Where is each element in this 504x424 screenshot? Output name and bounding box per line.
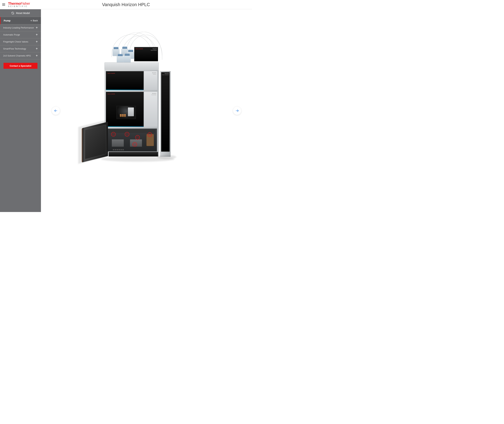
module-brand: thermo scientific	[135, 48, 143, 49]
solvent-monitor: thermo scientific Vanquish Solvent Monit…	[134, 47, 158, 61]
sidebar-item-label: Industry-Leading Performance	[3, 26, 34, 29]
instrument-model: thermo scientific Vanquish Solvent Monit…	[104, 36, 189, 180]
autosampler-side: Vanquish Autosampler	[144, 92, 157, 127]
svg-marker-3	[31, 20, 32, 21]
module-subtitle: Column Compartment	[162, 74, 169, 75]
brand-top-2: Fisher	[21, 2, 30, 6]
plus-icon: +	[36, 54, 38, 58]
pump-door	[82, 122, 108, 162]
module-subtitle: Detector	[153, 74, 156, 75]
module-product: Vanquish	[152, 48, 157, 49]
reset-label: Reset Model	[16, 12, 30, 14]
module-brand: thermo scientific	[107, 93, 115, 94]
next-view-button[interactable]	[233, 107, 241, 115]
app-header: ThermoFisher SCIENTIFIC Vanquish Horizon…	[0, 0, 252, 9]
refresh-icon	[11, 12, 14, 15]
contact-specialist-button[interactable]: Contact a Specialist	[4, 63, 38, 69]
hotspot-performance[interactable]	[111, 132, 116, 137]
back-button[interactable]: Back	[31, 19, 38, 22]
hotspot-smartflow[interactable]	[135, 135, 140, 140]
hotspot-solvent-channels[interactable]	[148, 132, 152, 137]
sample-viewport	[117, 106, 136, 119]
sidebar: Reset Model Pump Back Industry-Leading P…	[0, 9, 41, 212]
reset-model-button[interactable]: Reset Model	[0, 9, 41, 17]
module-product: Vanquish	[152, 93, 156, 94]
system-base	[109, 152, 158, 156]
model-viewport[interactable]: thermo scientific Vanquish Solvent Monit…	[41, 9, 252, 212]
hotspot-check-valves[interactable]	[125, 132, 129, 137]
solvent-bottle	[124, 54, 131, 63]
sidebar-item-check-valves[interactable]: Fingertight Check Valves +	[0, 38, 41, 45]
back-label: Back	[33, 19, 38, 22]
module-product: Vanquish	[152, 72, 156, 73]
module-subtitle: Solvent Monitor	[151, 50, 157, 50]
brand-top-1: Thermo	[8, 2, 21, 6]
autosampler-module: thermo scientific	[106, 92, 144, 127]
solvent-bottle	[117, 54, 124, 63]
led-strip	[106, 126, 144, 127]
caret-left-icon	[31, 20, 32, 22]
module-brand: thermo scientific	[107, 73, 115, 74]
module-subtitle: Autosampler	[151, 94, 156, 95]
brand-bottom: SCIENTIFIC	[8, 6, 30, 7]
page-title: Vanquish Horizon HPLC	[102, 2, 150, 7]
cta-label: Contact a Specialist	[10, 65, 31, 67]
sidebar-item-label: Fingertight Check Valves	[3, 40, 28, 43]
hotspot-automatic-purge[interactable]	[132, 142, 137, 147]
hamburger-icon	[2, 3, 6, 6]
menu-button[interactable]	[0, 3, 7, 6]
pump-module	[108, 128, 157, 151]
sidebar-item-label: SmartFlow Technology	[3, 47, 26, 50]
arrow-left-icon	[54, 109, 58, 113]
sidebar-item-automatic-purge[interactable]: Automatic Purge +	[0, 31, 41, 38]
led-strip	[106, 90, 144, 90]
sidebar-item-smartflow[interactable]: SmartFlow Technology +	[0, 45, 41, 52]
sidebar-item-performance[interactable]: Industry-Leading Performance +	[0, 24, 41, 31]
module-product: Vanquish	[164, 73, 169, 74]
active-label: Pump	[4, 19, 11, 22]
plus-icon: +	[36, 47, 38, 51]
sidebar-item-label: Automatic Purge	[3, 33, 20, 36]
detector-module: thermo scientific	[106, 71, 144, 90]
plus-icon: +	[36, 33, 38, 37]
column-compartment: Vanquish Column Compartment	[160, 71, 171, 157]
plus-icon: +	[36, 26, 38, 30]
sidebar-active-pump[interactable]: Pump Back	[0, 17, 41, 24]
prev-view-button[interactable]	[52, 107, 60, 115]
sidebar-item-solvent-channels[interactable]: 2x3 Solvent Channels HPG +	[0, 52, 41, 59]
solvent-tray	[104, 62, 159, 70]
plus-icon: +	[36, 40, 38, 44]
arrow-right-icon	[235, 109, 239, 113]
sidebar-item-label: 2x3 Solvent Channels HPG	[3, 54, 31, 57]
brand-logo: ThermoFisher SCIENTIFIC	[8, 2, 30, 7]
detector-side: Vanquish Detector	[144, 71, 157, 90]
